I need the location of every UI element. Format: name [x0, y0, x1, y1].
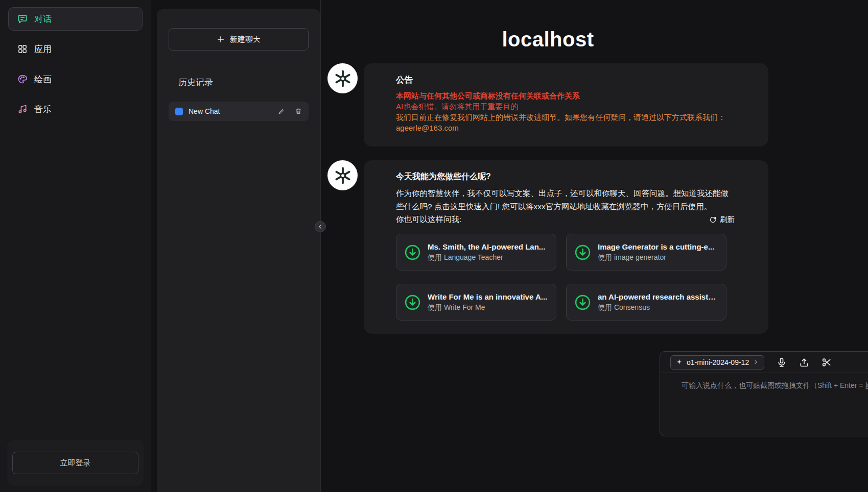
- music-note-icon: [17, 104, 28, 114]
- announcement-bubble: 公告 本网站与任何其他公司或商标没有任何关联或合作关系 AI也会犯错。请勿将其用…: [364, 63, 768, 146]
- suggestion-title: Image Generator is a cutting-e...: [598, 242, 719, 251]
- main-area: localhost: [321, 0, 868, 492]
- sidebar-item-music[interactable]: 音乐: [8, 97, 143, 121]
- announcement-message: 公告 本网站与任何其他公司或商标没有任何关联或合作关系 AI也会犯错。请勿将其用…: [327, 63, 768, 146]
- suggestion-grid: Ms. Smith, the AI-powered Lan... 使用 Lang…: [396, 234, 735, 321]
- welcome-body: 作为你的智慧伙伴，我不仅可以写文案、出点子，还可以和你聊天、回答问题。想知道我还…: [396, 187, 735, 213]
- download-circle-icon: [574, 243, 592, 261]
- sidebar: 对话 应用 绘画: [0, 0, 151, 492]
- sidebar-item-label: 音乐: [34, 104, 52, 115]
- sparkle-icon: [676, 359, 683, 365]
- refresh-icon: [709, 216, 717, 224]
- chat-bubble-icon: [17, 14, 28, 24]
- model-selector[interactable]: o1-mini-2024-09-12: [670, 355, 764, 370]
- app-window: 对话 应用 绘画: [0, 0, 868, 492]
- chevron-left-icon: [317, 224, 323, 230]
- new-chat-button[interactable]: 新建聊天: [169, 28, 309, 51]
- suggestion-subtitle: 使用 Write For Me: [428, 303, 549, 312]
- scissors-icon[interactable]: [822, 357, 832, 367]
- welcome-bubble: 今天我能为您做些什么呢? 作为你的智慧伙伴，我不仅可以写文案、出点子，还可以和你…: [364, 160, 768, 334]
- chat-color-dot: [175, 108, 183, 115]
- chat-list-panel: 新建聊天 历史记录 New Chat: [157, 9, 320, 492]
- suggestion-title: an AI-powered research assista...: [598, 292, 719, 301]
- suggestion-card[interactable]: Write For Me is an innovative A... 使用 Wr…: [396, 284, 556, 321]
- message-input[interactable]: [660, 373, 868, 414]
- openai-logo-icon: [333, 69, 353, 88]
- suggestion-card[interactable]: Image Generator is a cutting-e... 使用 ima…: [566, 234, 726, 270]
- ask-hint: 你也可以这样问我:: [396, 214, 461, 225]
- page-title: localhost: [327, 28, 768, 51]
- login-button[interactable]: 立即登录: [12, 452, 138, 474]
- welcome-title: 今天我能为您做些什么呢?: [396, 171, 735, 182]
- welcome-message: 今天我能为您做些什么呢? 作为你的智慧伙伴，我不仅可以写文案、出点子，还可以和你…: [327, 160, 768, 334]
- suggestion-card[interactable]: an AI-powered research assista... 使用 Con…: [566, 284, 726, 321]
- assistant-avatar: [327, 160, 358, 190]
- refresh-suggestions-button[interactable]: 刷新: [709, 215, 735, 225]
- sidebar-item-label: 应用: [34, 43, 52, 55]
- collapse-sidebar-button[interactable]: [315, 221, 326, 232]
- sidebar-item-paint[interactable]: 绘画: [8, 67, 143, 91]
- assistant-avatar: [327, 63, 358, 93]
- composer-toolbar: o1-mini-2024-09-12: [660, 352, 868, 373]
- download-circle-icon: [404, 293, 421, 311]
- model-name: o1-mini-2024-09-12: [687, 358, 749, 366]
- sidebar-item-chat[interactable]: 对话: [8, 7, 143, 31]
- apps-grid-icon: [17, 44, 28, 54]
- chat-list-item[interactable]: New Chat: [169, 102, 309, 121]
- suggestion-subtitle: 使用 Consensus: [598, 303, 719, 312]
- download-circle-icon: [404, 243, 421, 261]
- palette-icon: [17, 74, 28, 84]
- suggestion-card[interactable]: Ms. Smith, the AI-powered Lan... 使用 Lang…: [396, 234, 556, 270]
- download-circle-icon: [574, 293, 592, 311]
- suggestion-title: Ms. Smith, the AI-powered Lan...: [428, 242, 549, 251]
- history-title: 历史记录: [169, 77, 309, 88]
- new-chat-label: 新建聊天: [230, 35, 261, 44]
- chevron-right-icon: [753, 359, 759, 365]
- suggestion-subtitle: 使用 image generator: [598, 253, 719, 262]
- suggestion-title: Write For Me is an innovative A...: [428, 292, 549, 301]
- plus-icon: [217, 35, 225, 43]
- suggestion-subtitle: 使用 Language Teacher: [428, 253, 549, 262]
- openai-logo-icon: [333, 166, 353, 185]
- upload-icon[interactable]: [799, 357, 809, 367]
- announcement-line-2: AI也会犯错。请勿将其用于重要目的: [396, 101, 735, 112]
- announcement-title: 公告: [396, 75, 735, 86]
- delete-icon[interactable]: [295, 108, 302, 115]
- contact-email-link[interactable]: ageerle@163.com: [396, 122, 735, 133]
- edit-icon[interactable]: [278, 108, 285, 115]
- login-panel: 立即登录: [7, 440, 144, 486]
- announcement-line-3: 我们目前正在修复我们网站上的错误并改进细节。如果您有任何疑问，请通过以下方式联系…: [396, 112, 735, 122]
- announcement-line-1: 本网站与任何其他公司或商标没有任何关联或合作关系: [396, 90, 735, 101]
- composer: o1-mini-2024-09-12: [660, 351, 868, 436]
- sidebar-item-label: 绘画: [34, 73, 52, 85]
- chat-item-title: New Chat: [189, 107, 272, 115]
- sidebar-item-apps[interactable]: 应用: [8, 37, 143, 61]
- microphone-icon[interactable]: [777, 357, 787, 367]
- sidebar-item-label: 对话: [34, 13, 52, 25]
